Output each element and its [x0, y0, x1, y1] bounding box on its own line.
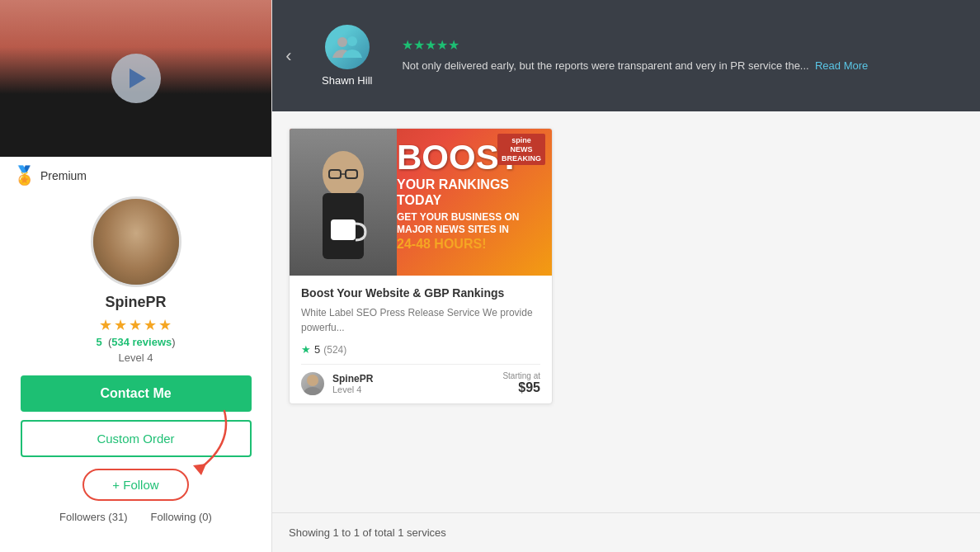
seller-name: SpinePR [105, 294, 166, 311]
read-more-link[interactable]: Read More [815, 59, 868, 72]
contact-me-button[interactable]: Contact Me [21, 375, 252, 412]
service-card-title: Boost Your Website & GBP Rankings [301, 285, 540, 300]
rating-info: 5 (534 reviews) [96, 336, 175, 348]
rating-star: ★ [301, 343, 311, 356]
follow-button-wrapper[interactable]: + Follow [82, 469, 188, 501]
reviewer-avatar [325, 25, 370, 69]
premium-label: Premium [40, 169, 87, 182]
rating-number: 5 [314, 343, 320, 356]
svg-point-1 [337, 37, 347, 47]
service-card-footer: SpinePR Level 4 Starting at $95 [301, 364, 540, 395]
reviews-count: 534 reviews [111, 336, 172, 348]
avatar [91, 196, 181, 287]
review-text-area: ★★★★★ Not only delivered early, but the … [389, 0, 980, 111]
results-bar: Showing 1 to 1 of total 1 services [272, 512, 980, 552]
svg-marker-0 [193, 464, 206, 475]
follow-button[interactable]: + Follow [89, 472, 181, 498]
main-content: ‹ Shawn Hill ★★★★★ Not only delivered ea… [272, 0, 980, 552]
boost-24: 24-48 HOURS! [290, 235, 552, 252]
seller-name-small: SpinePR [332, 373, 373, 385]
star-rating: ★★★★★ [99, 316, 173, 334]
service-card-image: spine NEWS BREAKING BOOST YOUR RANKINGS … [290, 129, 552, 276]
seller-video[interactable] [0, 0, 271, 157]
starting-at-label: Starting at [502, 371, 540, 380]
service-card-body: Boost Your Website & GBP Rankings White … [290, 276, 552, 403]
review-count: (524) [323, 344, 346, 356]
reviewer-avatar-icon [332, 31, 363, 63]
service-card-rating: ★ 5 (524) [301, 343, 540, 356]
reviewer-name: Shawn Hill [322, 74, 372, 87]
price: $95 [518, 380, 540, 394]
svg-point-10 [304, 387, 322, 395]
review-nav-left[interactable]: ‹ [272, 0, 305, 111]
boost-sub: YOUR RANKINGS TODAY [290, 175, 552, 208]
followers-count: Followers (31) [59, 511, 127, 523]
boost-content: spine NEWS BREAKING BOOST YOUR RANKINGS … [290, 129, 552, 276]
sidebar: 🏅 Premium SpinePR ★★★★★ 5 (534 reviews) … [0, 0, 272, 552]
review-stars: ★★★★★ [402, 37, 967, 53]
seller-avatar-icon-small [301, 372, 324, 395]
followers-row: Followers (31) Following (0) [59, 511, 212, 523]
seller-level-small: Level 4 [332, 385, 373, 394]
premium-icon: 🏅 [13, 165, 35, 186]
seller-info-small: SpinePR Level 4 [332, 373, 373, 394]
services-area: spine NEWS BREAKING BOOST YOUR RANKINGS … [272, 111, 980, 512]
seller-avatar-small [301, 372, 324, 395]
review-text: Not only delivered early, but the report… [402, 58, 967, 74]
custom-order-button[interactable]: Custom Order [21, 420, 252, 457]
news-badge: spine NEWS BREAKING [497, 134, 545, 165]
svg-point-9 [307, 375, 318, 386]
service-card-description: White Label SEO Press Release Service We… [301, 305, 540, 335]
results-text: Showing 1 to 1 of total 1 services [289, 526, 446, 539]
play-button[interactable] [111, 54, 161, 103]
rating-value: 5 [96, 336, 101, 348]
price-area: Starting at $95 [502, 371, 540, 395]
boost-extra: GET YOUR BUSINESS ON MAJOR NEWS SITES IN [290, 208, 552, 235]
level-info: Level 4 [119, 351, 153, 364]
reviewer-profile: Shawn Hill [305, 0, 389, 111]
svg-point-2 [347, 36, 357, 46]
premium-badge: 🏅 Premium [13, 157, 87, 191]
follow-section: + Follow Followers (31) Following (0) [59, 469, 212, 523]
service-card[interactable]: spine NEWS BREAKING BOOST YOUR RANKINGS … [289, 128, 553, 404]
review-section: ‹ Shawn Hill ★★★★★ Not only delivered ea… [272, 0, 980, 111]
following-count: Following (0) [150, 511, 211, 523]
